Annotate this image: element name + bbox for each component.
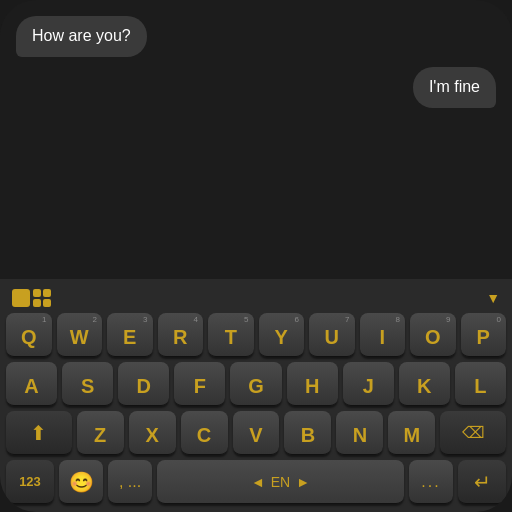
phone-container: How are you? I'm fine ▼ 1 Q 2 W <box>0 0 512 512</box>
key-row-1: 1 Q 2 W 3 E 4 R 5 T 6 Y <box>4 313 508 357</box>
key-d[interactable]: D <box>118 362 169 406</box>
comma-key[interactable]: , ... <box>108 460 152 504</box>
key-x[interactable]: X <box>129 411 176 455</box>
key-t[interactable]: 5 T <box>208 313 254 357</box>
key-k[interactable]: K <box>399 362 450 406</box>
chat-area: How are you? I'm fine <box>0 0 512 279</box>
received-bubble: How are you? <box>16 16 147 57</box>
key-v[interactable]: V <box>233 411 280 455</box>
comma-label: , ... <box>119 473 141 491</box>
return-key[interactable]: ↵ <box>458 460 506 504</box>
return-icon: ↵ <box>474 470 491 494</box>
key-e[interactable]: 3 E <box>107 313 153 357</box>
key-n[interactable]: N <box>336 411 383 455</box>
small-squares-icon <box>33 289 51 307</box>
big-square-icon <box>12 289 30 307</box>
backspace-key[interactable]: ⌫ <box>440 411 506 455</box>
num-key[interactable]: 123 <box>6 460 54 504</box>
space-left-arrow-icon: ◄ <box>251 474 265 490</box>
key-g[interactable]: G <box>230 362 281 406</box>
dropdown-arrow-icon[interactable]: ▼ <box>486 290 500 306</box>
key-y[interactable]: 6 Y <box>259 313 305 357</box>
received-message: How are you? <box>32 27 131 44</box>
key-i[interactable]: 8 I <box>360 313 406 357</box>
key-row-3: ⬆ Z X C V B N M ⌫ <box>4 411 508 455</box>
key-p[interactable]: 0 P <box>461 313 507 357</box>
key-z[interactable]: Z <box>77 411 124 455</box>
sent-message: I'm fine <box>429 78 480 95</box>
space-lang-label: EN <box>271 474 290 490</box>
key-a[interactable]: A <box>6 362 57 406</box>
key-f[interactable]: F <box>174 362 225 406</box>
key-bottom-row: 123 😊 , ... ◄ EN ► ... ↵ <box>4 460 508 504</box>
grid-icon-container[interactable] <box>12 289 51 307</box>
key-m[interactable]: M <box>388 411 435 455</box>
key-h[interactable]: H <box>287 362 338 406</box>
key-l[interactable]: L <box>455 362 506 406</box>
shift-icon: ⬆ <box>30 421 47 445</box>
space-right-arrow-icon: ► <box>296 474 310 490</box>
dots-key[interactable]: ... <box>409 460 453 504</box>
key-o[interactable]: 9 O <box>410 313 456 357</box>
key-j[interactable]: J <box>343 362 394 406</box>
backspace-icon: ⌫ <box>462 423 485 442</box>
space-key[interactable]: ◄ EN ► <box>157 460 404 504</box>
key-c[interactable]: C <box>181 411 228 455</box>
keyboard-topbar: ▼ <box>4 285 508 313</box>
keyboard: ▼ 1 Q 2 W 3 E 4 R 5 T <box>0 279 512 512</box>
emoji-icon: 😊 <box>69 470 94 494</box>
dots-label: ... <box>421 473 440 491</box>
key-s[interactable]: S <box>62 362 113 406</box>
sent-bubble: I'm fine <box>413 67 496 108</box>
key-b[interactable]: B <box>284 411 331 455</box>
key-r[interactable]: 4 R <box>158 313 204 357</box>
key-u[interactable]: 7 U <box>309 313 355 357</box>
key-q[interactable]: 1 Q <box>6 313 52 357</box>
shift-key[interactable]: ⬆ <box>6 411 72 455</box>
emoji-key[interactable]: 😊 <box>59 460 103 504</box>
key-row-2: A S D F G H J K L <box>4 362 508 406</box>
key-w[interactable]: 2 W <box>57 313 103 357</box>
